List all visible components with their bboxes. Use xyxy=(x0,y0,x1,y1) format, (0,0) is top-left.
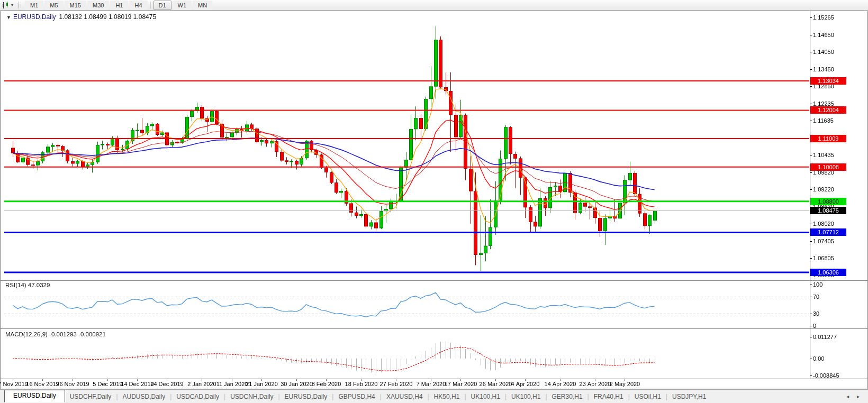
rsi-indicator-label: RSI(14) 47.0329 xyxy=(5,282,50,288)
price-level-badge-1.11009[interactable]: 1.11009 xyxy=(810,135,846,142)
chart-tab-fra40-h1[interactable]: FRA40,H1 xyxy=(589,393,628,400)
timeframe-button-w1[interactable]: W1 xyxy=(173,1,192,10)
chart-tab-gbpusd-h4[interactable]: GBPUSD,H4 xyxy=(333,393,379,400)
chart-tab-xauusd-h4[interactable]: XAUUSD,H4 xyxy=(382,393,428,400)
price-level-badge-1.07712[interactable]: 1.07712 xyxy=(810,228,846,236)
chart-tab-usoil-h1[interactable]: USOil,H1 xyxy=(630,393,666,400)
timeframe-button-m30[interactable]: M30 xyxy=(87,1,109,10)
dropdown-caret-icon: ▾ xyxy=(11,3,13,7)
chart-tab-usdcnh-daily[interactable]: USDCNH,Daily xyxy=(225,393,278,400)
chart-window: ▼EURUSD,Daily1.08132 1.08499 1.08019 1.0… xyxy=(0,11,868,389)
macd-indicator-label: MACD(12,26,9) -0.001293 -0.000921 xyxy=(5,331,106,337)
chart-tool-button[interactable]: ▾ xyxy=(0,2,15,9)
timeframe-button-m15[interactable]: M15 xyxy=(65,1,86,10)
chart-tab-hk50-h1[interactable]: HK50,H1 xyxy=(429,393,465,400)
chart-tab-audusd-daily[interactable]: AUDUSD,Daily xyxy=(118,393,170,400)
price-chart-canvas[interactable] xyxy=(0,11,868,389)
timeframe-button-h4[interactable]: H4 xyxy=(129,1,147,10)
rsi-value: 47.0329 xyxy=(28,282,50,288)
price-level-badge-1.06306[interactable]: 1.06306 xyxy=(810,269,846,276)
chart-tab-ger30-h1[interactable]: GER30,H1 xyxy=(547,393,587,400)
chart-tab-uk100-h1[interactable]: UK100,H1 xyxy=(507,393,545,400)
timeframe-button-m1[interactable]: M1 xyxy=(25,1,43,10)
price-level-badge-1.12004[interactable]: 1.12004 xyxy=(810,106,846,114)
symbol-tab-bar: EURUSD,Daily USDCHF,Daily|AUDUSD,Daily|U… xyxy=(0,389,868,403)
candlestick-chart-icon xyxy=(2,2,10,9)
toolbar-grip xyxy=(19,2,21,9)
symbol-dropdown-icon[interactable]: ▼ xyxy=(6,15,11,20)
toolbar-separator xyxy=(150,2,151,9)
macd-values: -0.001293 -0.000921 xyxy=(49,331,106,337)
rsi-name: RSI(14) xyxy=(5,282,26,288)
timeframe-button-d1[interactable]: D1 xyxy=(153,1,171,10)
chart-tab-eurusd-daily[interactable]: EURUSD,Daily xyxy=(4,390,65,402)
chart-tab-usdjpy-h1[interactable]: USDJPY,H1 xyxy=(667,393,711,400)
timeframe-button-mn[interactable]: MN xyxy=(193,1,212,10)
current-price-badge[interactable]: 1.08475 xyxy=(810,207,846,214)
price-level-badge-1.08800[interactable]: 1.08800 xyxy=(810,198,846,205)
tab-scroll-arrows[interactable]: ◂ ▸ xyxy=(846,393,868,399)
timeframe-button-m5[interactable]: M5 xyxy=(44,1,63,10)
chart-title: ▼EURUSD,Daily1.08132 1.08499 1.08019 1.0… xyxy=(6,13,156,21)
timeframe-toolbar: ▾ M1 M5 M15 M30 H1 H4 D1 W1 MN xyxy=(0,0,868,11)
timeframe-button-h1[interactable]: H1 xyxy=(110,1,128,10)
chart-tab-uk100-h1[interactable]: UK100,H1 xyxy=(466,393,505,400)
chart-ohlc-values: 1.08132 1.08499 1.08019 1.08475 xyxy=(59,13,157,21)
chart-tab-usdcad-daily[interactable]: USDCAD,Daily xyxy=(171,393,224,400)
chart-tab-eurusd-daily[interactable]: EURUSD,Daily xyxy=(280,393,332,400)
chart-symbol-label: EURUSD,Daily xyxy=(13,13,56,21)
chart-tab-usdchf-daily[interactable]: USDCHF,Daily xyxy=(65,393,116,400)
macd-name: MACD(12,26,9) xyxy=(5,331,48,337)
price-level-badge-1.10008[interactable]: 1.10008 xyxy=(810,163,846,171)
price-level-badge-1.13034[interactable]: 1.13034 xyxy=(810,77,846,85)
